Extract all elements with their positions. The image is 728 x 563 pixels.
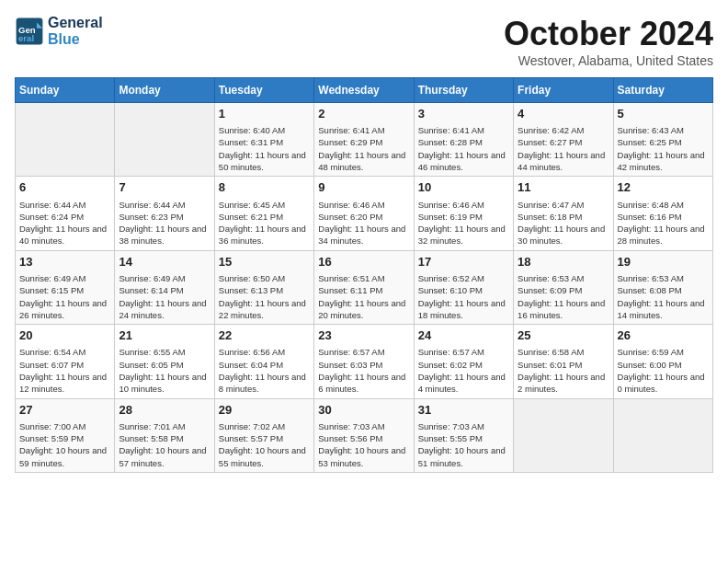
calendar-cell: 31Sunrise: 7:03 AM Sunset: 5:55 PM Dayli… [414,398,513,472]
calendar-cell: 23Sunrise: 6:57 AM Sunset: 6:03 PM Dayli… [314,325,414,398]
calendar-week-5: 27Sunrise: 7:00 AM Sunset: 5:59 PM Dayli… [16,398,713,472]
cell-info: Sunrise: 6:40 AM Sunset: 6:31 PM Dayligh… [219,124,310,173]
calendar-cell: 12Sunrise: 6:48 AM Sunset: 6:16 PM Dayli… [613,177,712,250]
calendar-cell [613,398,712,472]
month-title: October 2024 [504,15,713,53]
day-number: 1 [219,106,310,122]
day-number: 6 [19,179,110,196]
cell-info: Sunrise: 6:48 AM Sunset: 6:16 PM Dayligh… [618,199,709,247]
calendar-cell: 28Sunrise: 7:01 AM Sunset: 5:58 PM Dayli… [115,398,214,472]
col-header-monday: Monday [115,78,214,103]
day-number: 28 [119,402,210,419]
day-number: 25 [518,327,609,344]
day-number: 11 [518,179,609,196]
calendar-cell: 6Sunrise: 6:44 AM Sunset: 6:24 PM Daylig… [16,177,115,250]
title-block: October 2024 Westover, Alabama, United S… [504,15,713,68]
cell-info: Sunrise: 6:54 AM Sunset: 6:07 PM Dayligh… [19,346,110,395]
calendar-cell: 17Sunrise: 6:52 AM Sunset: 6:10 PM Dayli… [414,250,513,324]
calendar-cell: 22Sunrise: 6:56 AM Sunset: 6:04 PM Dayli… [214,325,313,398]
day-number: 5 [618,106,709,122]
calendar-cell: 29Sunrise: 7:02 AM Sunset: 5:57 PM Dayli… [214,398,313,472]
day-number: 2 [318,106,409,122]
cell-info: Sunrise: 7:01 AM Sunset: 5:58 PM Dayligh… [119,420,210,469]
page-header: Gen eral General Blue October 2024 Westo… [15,15,713,68]
col-header-saturday: Saturday [613,78,712,103]
calendar-week-4: 20Sunrise: 6:54 AM Sunset: 6:07 PM Dayli… [16,325,713,398]
col-header-thursday: Thursday [414,78,513,103]
col-header-wednesday: Wednesday [314,78,414,103]
calendar-cell: 16Sunrise: 6:51 AM Sunset: 6:11 PM Dayli… [314,250,414,324]
calendar-cell: 27Sunrise: 7:00 AM Sunset: 5:59 PM Dayli… [16,398,115,472]
cell-info: Sunrise: 6:50 AM Sunset: 6:13 PM Dayligh… [219,272,310,321]
calendar-week-1: 1Sunrise: 6:40 AM Sunset: 6:31 PM Daylig… [16,103,713,177]
calendar-table: SundayMondayTuesdayWednesdayThursdayFrid… [15,77,713,473]
cell-info: Sunrise: 6:43 AM Sunset: 6:25 PM Dayligh… [618,124,709,173]
calendar-week-3: 13Sunrise: 6:49 AM Sunset: 6:15 PM Dayli… [16,250,713,324]
day-number: 24 [418,327,509,344]
calendar-cell: 14Sunrise: 6:49 AM Sunset: 6:14 PM Dayli… [115,250,214,324]
calendar-cell [16,103,115,177]
day-number: 29 [219,402,310,419]
cell-info: Sunrise: 6:49 AM Sunset: 6:14 PM Dayligh… [119,272,210,321]
cell-info: Sunrise: 6:56 AM Sunset: 6:04 PM Dayligh… [219,346,310,395]
cell-info: Sunrise: 6:49 AM Sunset: 6:15 PM Dayligh… [19,272,110,321]
calendar-cell [115,103,214,177]
day-number: 14 [119,254,210,270]
cell-info: Sunrise: 6:58 AM Sunset: 6:01 PM Dayligh… [518,346,609,395]
day-number: 12 [618,179,709,196]
day-number: 8 [219,179,310,196]
calendar-cell: 26Sunrise: 6:59 AM Sunset: 6:00 PM Dayli… [613,325,712,398]
calendar-cell: 5Sunrise: 6:43 AM Sunset: 6:25 PM Daylig… [613,103,712,177]
location: Westover, Alabama, United States [504,53,713,68]
calendar-week-2: 6Sunrise: 6:44 AM Sunset: 6:24 PM Daylig… [16,177,713,250]
day-number: 19 [618,254,709,270]
cell-info: Sunrise: 6:57 AM Sunset: 6:02 PM Dayligh… [418,346,509,395]
day-number: 27 [19,402,110,419]
calendar-cell: 21Sunrise: 6:55 AM Sunset: 6:05 PM Dayli… [115,325,214,398]
cell-info: Sunrise: 7:02 AM Sunset: 5:57 PM Dayligh… [219,420,310,469]
cell-info: Sunrise: 6:47 AM Sunset: 6:18 PM Dayligh… [518,199,609,247]
col-header-sunday: Sunday [16,78,115,103]
day-number: 18 [518,254,609,270]
calendar-cell: 19Sunrise: 6:53 AM Sunset: 6:08 PM Dayli… [613,250,712,324]
calendar-cell: 4Sunrise: 6:42 AM Sunset: 6:27 PM Daylig… [514,103,613,177]
calendar-cell: 13Sunrise: 6:49 AM Sunset: 6:15 PM Dayli… [16,250,115,324]
calendar-cell: 9Sunrise: 6:46 AM Sunset: 6:20 PM Daylig… [314,177,414,250]
cell-info: Sunrise: 7:03 AM Sunset: 5:56 PM Dayligh… [318,420,409,469]
calendar-cell: 25Sunrise: 6:58 AM Sunset: 6:01 PM Dayli… [514,325,613,398]
day-number: 31 [418,402,509,419]
cell-info: Sunrise: 6:53 AM Sunset: 6:09 PM Dayligh… [518,272,609,321]
calendar-header-row: SundayMondayTuesdayWednesdayThursdayFrid… [16,78,713,103]
day-number: 10 [418,179,509,196]
day-number: 13 [19,254,110,270]
cell-info: Sunrise: 6:45 AM Sunset: 6:21 PM Dayligh… [219,199,310,247]
day-number: 4 [518,106,609,122]
day-number: 17 [418,254,509,270]
logo-text-general: General [48,15,103,31]
calendar-cell: 15Sunrise: 6:50 AM Sunset: 6:13 PM Dayli… [214,250,313,324]
cell-info: Sunrise: 6:41 AM Sunset: 6:28 PM Dayligh… [418,124,509,173]
calendar-cell: 30Sunrise: 7:03 AM Sunset: 5:56 PM Dayli… [314,398,414,472]
day-number: 21 [119,327,210,344]
calendar-cell: 2Sunrise: 6:41 AM Sunset: 6:29 PM Daylig… [314,103,414,177]
logo-text-blue: Blue [48,31,103,48]
day-number: 9 [318,179,409,196]
svg-text:eral: eral [18,33,34,43]
col-header-tuesday: Tuesday [214,78,313,103]
cell-info: Sunrise: 6:57 AM Sunset: 6:03 PM Dayligh… [318,346,409,395]
cell-info: Sunrise: 7:00 AM Sunset: 5:59 PM Dayligh… [19,420,110,469]
calendar-cell: 20Sunrise: 6:54 AM Sunset: 6:07 PM Dayli… [16,325,115,398]
calendar-cell: 7Sunrise: 6:44 AM Sunset: 6:23 PM Daylig… [115,177,214,250]
calendar-cell: 11Sunrise: 6:47 AM Sunset: 6:18 PM Dayli… [514,177,613,250]
cell-info: Sunrise: 6:42 AM Sunset: 6:27 PM Dayligh… [518,124,609,173]
day-number: 22 [219,327,310,344]
calendar-cell: 24Sunrise: 6:57 AM Sunset: 6:02 PM Dayli… [414,325,513,398]
cell-info: Sunrise: 6:53 AM Sunset: 6:08 PM Dayligh… [618,272,709,321]
day-number: 26 [618,327,709,344]
day-number: 15 [219,254,310,270]
cell-info: Sunrise: 6:59 AM Sunset: 6:00 PM Dayligh… [618,346,709,395]
cell-info: Sunrise: 6:44 AM Sunset: 6:24 PM Dayligh… [19,199,110,247]
cell-info: Sunrise: 6:46 AM Sunset: 6:19 PM Dayligh… [418,199,509,247]
cell-info: Sunrise: 6:44 AM Sunset: 6:23 PM Dayligh… [119,199,210,247]
col-header-friday: Friday [514,78,613,103]
